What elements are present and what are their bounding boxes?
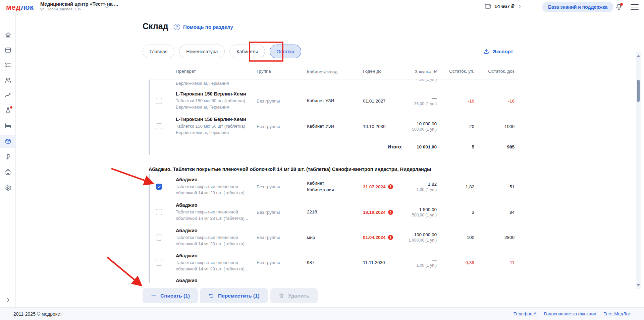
table-row[interactable]: АбаджиоТаблетки покрытые пленочной оболо… (143, 225, 519, 250)
tab-nomenclature[interactable]: Номенклатура (179, 45, 225, 58)
expired-alert-icon (388, 210, 393, 215)
copyright: 2011-2025 © медрокет (13, 311, 62, 317)
help-question-icon (174, 24, 180, 30)
download-icon (483, 48, 490, 55)
footer-link-feature-voting[interactable]: Голосование за функции (544, 311, 596, 316)
knowledge-base-button[interactable]: База знаний и поддержка (542, 2, 613, 12)
sidebar (0, 14, 16, 307)
sidebar-item-integrations[interactable] (0, 166, 16, 179)
balance-amount: 14 667 ₽ (494, 3, 515, 9)
sidebar-item-finance[interactable] (0, 150, 16, 164)
col-stock-packs: Остаток, уп. (437, 69, 474, 74)
sidebar-item-analytics[interactable] (0, 88, 16, 102)
table-row-partial[interactable]: Берлин-хеми аг, Германия 4,00 (1 уп.) (143, 79, 519, 88)
sidebar-item-patients[interactable] (0, 73, 16, 87)
col-cabinet: Кабинет/склад (307, 69, 363, 75)
sidebar-item-settings[interactable] (0, 181, 16, 194)
write-off-button[interactable]: Списать (1) (143, 288, 198, 303)
totals-row: Итого: 10 001,00 5 985 (143, 139, 519, 154)
notifications-bell-icon[interactable] (615, 3, 623, 11)
row-checkbox[interactable] (156, 98, 162, 104)
menu-burger-icon[interactable] (631, 4, 639, 10)
sidebar-expand-chevron-icon[interactable] (0, 295, 16, 305)
col-purchase: Закупка, ₽ (407, 69, 437, 74)
scroll-up-arrow[interactable] (637, 55, 640, 57)
warehouse-tabs: Главная Номенклатура Кабинеты Остатки (143, 45, 301, 58)
sidebar-item-beds[interactable] (0, 119, 16, 132)
delete-button[interactable]: Удалить (270, 288, 318, 303)
sidebar-item-tasks[interactable] (0, 58, 16, 72)
row-checkbox[interactable] (156, 123, 162, 129)
scroll-down-arrow[interactable] (637, 284, 640, 286)
col-group: Группа (257, 69, 307, 74)
tab-cabinets[interactable]: Кабинеты (229, 45, 265, 58)
table-row[interactable]: L-Тироксин 150 Берлин-ХемиТаблетки 150 м… (143, 88, 519, 114)
app-window: медлок Медицинский центр «Тест» на ... у… (0, 0, 644, 320)
totals-purchase: 10 001,00 (407, 144, 437, 149)
footer-link-phone[interactable]: Телефон А (514, 311, 537, 316)
lab-alert-dot (10, 106, 12, 109)
bulk-action-bar: Списать (1) Переместить (1) Удалить (16, 283, 644, 307)
notification-dot (620, 3, 623, 6)
footer-link-test-medlock[interactable]: Тест МедЛок (604, 311, 631, 316)
top-bar: медлок Медицинский центр «Тест» на ... у… (0, 0, 644, 14)
tab-main[interactable]: Главная (143, 45, 174, 58)
table-row[interactable]: АбаджиоТаблетки покрытые пленочной оболо… (143, 199, 519, 225)
annotation-arrow-write-off (107, 257, 140, 284)
table-row-selected[interactable]: АбаджиоТаблетки покрытые пленочной оболо… (143, 174, 519, 199)
tab-stock[interactable]: Остатки (270, 45, 301, 58)
page-title: Склад (143, 21, 168, 31)
stock-table: Препарат Группа Кабинет/склад Годен до З… (143, 69, 519, 289)
trash-icon (278, 293, 284, 299)
group-bar (149, 80, 150, 155)
help-link[interactable]: Помощь по разделу (183, 24, 233, 30)
vertical-scrollbar[interactable] (636, 52, 641, 289)
sidebar-item-lab[interactable] (0, 104, 16, 117)
expired-alert-icon (388, 184, 393, 189)
row-checkbox[interactable] (156, 260, 162, 266)
table-row[interactable]: АбаджиоТаблетки покрытые пленочной оболо… (143, 250, 519, 275)
expired-alert-icon (388, 235, 393, 240)
group-bar (149, 174, 150, 284)
minus-icon (151, 293, 157, 299)
totals-doses: 985 (474, 144, 515, 149)
row-checkbox-checked[interactable] (156, 184, 162, 190)
sidebar-item-calendar[interactable] (0, 43, 16, 57)
wallet-icon (484, 3, 492, 10)
col-expiry: Годен до (363, 69, 407, 74)
row-checkbox[interactable] (156, 235, 162, 241)
table-row[interactable]: L-Тироксин 150 Берлин-ХемиТаблетки 150 м… (143, 114, 519, 139)
export-button[interactable]: Экспорт (483, 48, 513, 55)
section-help[interactable]: Помощь по разделу (174, 24, 233, 30)
col-drug: Препарат (143, 69, 257, 74)
totals-label: Итого: (363, 144, 407, 149)
drug-group-header: Абаджио. Таблетки покрытые пленочной обо… (149, 167, 519, 173)
scrollbar-thumb[interactable] (637, 80, 640, 102)
footer: 2011-2025 © медрокет Телефон А Голосован… (0, 307, 644, 320)
totals-packs: 5 (437, 144, 474, 149)
sidebar-item-warehouse[interactable] (0, 135, 16, 148)
chevron-down-icon[interactable] (105, 5, 109, 9)
undo-arrow-icon (208, 293, 214, 299)
balance-widget[interactable]: 14 667 ₽ (484, 3, 522, 10)
medlock-logo[interactable]: медлок (6, 3, 34, 12)
col-stock-doses: Остаток, доз (474, 69, 515, 74)
move-button[interactable]: Переместить (1) (200, 288, 268, 303)
row-checkbox[interactable] (156, 209, 162, 215)
table-header: Препарат Группа Кабинет/склад Годен до З… (143, 69, 519, 79)
chevron-right-icon (517, 4, 522, 9)
sidebar-item-home[interactable] (0, 28, 16, 42)
